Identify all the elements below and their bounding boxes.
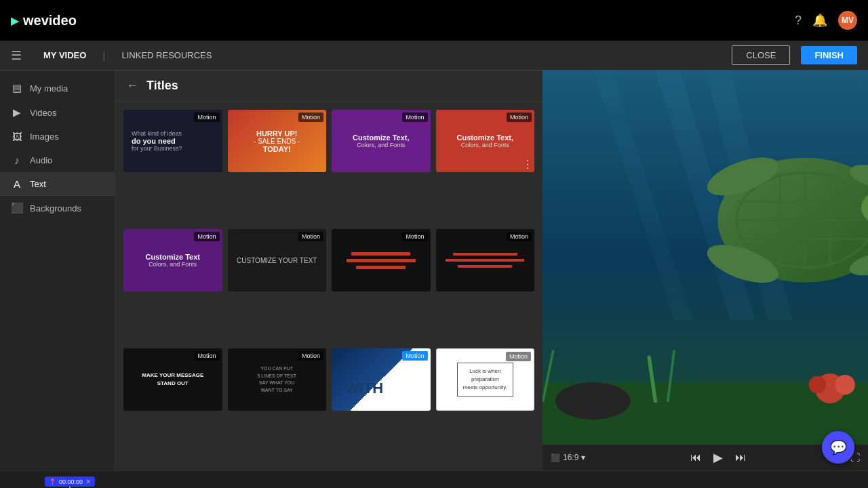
title-card-5[interactable]: Motion Customize Text Colors, and Fonts xyxy=(123,229,222,291)
sidebar-item-label-text: Text xyxy=(30,179,46,189)
cursor-pin-icon: 📍 xyxy=(49,479,56,485)
card8-bar3 xyxy=(458,265,512,268)
sidebar-item-label-my-media: My media xyxy=(30,83,68,94)
card7-bar3 xyxy=(356,266,406,269)
motion-badge-2: Motion xyxy=(298,113,323,122)
sidebar-item-audio[interactable]: ♪ Audio xyxy=(0,148,115,172)
motion-badge-10: Motion xyxy=(298,351,323,361)
card8-bar2 xyxy=(446,259,524,262)
top-bar-right: ? 🔔 MV xyxy=(795,11,857,30)
logo-icon: ▶ xyxy=(11,14,19,27)
cursor-time: 00:00:00 xyxy=(59,479,83,485)
backgrounds-icon: ⬛ xyxy=(11,202,23,214)
title-card-11[interactable]: Motion WITH xyxy=(332,348,431,411)
card4-line2: Colors, and Fonts xyxy=(461,142,509,148)
title-card-4[interactable]: Motion Customize Text, Colors, and Fonts… xyxy=(436,110,535,172)
hamburger-icon[interactable]: ☰ xyxy=(11,48,22,63)
timeline-cursor: 📍 00:00:00 ✕ xyxy=(45,476,95,488)
sidebar-item-label-audio: Audio xyxy=(30,155,52,165)
timeline-area: ♫ + 🎤 + 📍 00:00:00 ✕ xyxy=(0,470,868,488)
motion-badge-5: Motion xyxy=(194,232,219,241)
rewind-button[interactable]: ⏮ xyxy=(688,450,704,465)
motion-badge-11: Motion xyxy=(402,351,427,361)
card1-line2: do you need xyxy=(132,137,214,145)
title-card-8[interactable]: Motion xyxy=(436,229,535,291)
ratio-label: 16:9 xyxy=(563,453,578,462)
titles-grid: Motion What kind of ideas do you need fo… xyxy=(115,102,542,470)
motion-badge-12: Motion xyxy=(506,352,531,361)
card1-line3: for your Business? xyxy=(132,145,214,152)
logo: ▶ wevideo xyxy=(11,13,77,28)
logo-text: wevideo xyxy=(23,13,77,28)
avatar[interactable]: MV xyxy=(838,11,857,30)
nav-bar: ☰ MY VIDEO | LINKED RESOURCES CLOSE FINI… xyxy=(0,41,868,70)
svg-point-21 xyxy=(555,382,630,420)
forward-button[interactable]: ⏭ xyxy=(732,450,749,465)
title-card-10[interactable]: Motion YOU CAN PUT5 LINES OF TEXTSAY WHA… xyxy=(228,348,327,411)
card4-line1: Customize Text, xyxy=(456,134,513,142)
card12-text: Luck is whenpreparationmeets opportunity… xyxy=(463,367,507,392)
card3-line2: Colors, and Fonts xyxy=(357,142,405,148)
nav-linked-resources[interactable]: LINKED RESOURCES xyxy=(117,47,218,63)
ratio-button[interactable]: ⬛ 16:9 ▾ xyxy=(551,453,585,462)
luck-inner: Luck is whenpreparationmeets opportunity… xyxy=(457,363,513,396)
underwater-scene xyxy=(542,70,868,445)
content-panel: ← Titles Motion What kind of ideas do yo… xyxy=(115,70,542,470)
text-icon: A xyxy=(11,178,23,190)
motion-badge-4: Motion xyxy=(507,113,532,122)
card11-text: WITH xyxy=(345,380,383,397)
card5-line1: Customize Text xyxy=(146,253,200,261)
main-layout: ▤ My media ▶ Videos 🖼 Images ♪ Audio A T… xyxy=(0,70,868,470)
sidebar-item-images[interactable]: 🖼 Images xyxy=(0,125,115,148)
preview-controls: ⬛ 16:9 ▾ ⏮ ▶ ⏭ ⛶ xyxy=(542,445,868,470)
preview-video xyxy=(542,70,868,445)
sidebar-item-videos[interactable]: ▶ Videos xyxy=(0,100,115,125)
title-card-3[interactable]: Motion Customize Text, Colors, and Fonts xyxy=(332,110,431,172)
title-card-12[interactable]: Motion Luck is whenpreparationmeets oppo… xyxy=(436,348,535,411)
cursor-close-icon[interactable]: ✕ xyxy=(85,478,91,485)
panel-title: Titles xyxy=(146,79,178,93)
title-card-9[interactable]: Motion MAKE YOUR MESSAGESTAND OUT xyxy=(123,348,222,411)
motion-badge-8: Motion xyxy=(507,232,532,241)
nav-my-video[interactable]: MY VIDEO xyxy=(38,47,92,63)
ratio-icon: ⬛ xyxy=(551,453,560,462)
motion-badge-3: Motion xyxy=(402,113,427,122)
panel-header: ← Titles xyxy=(115,70,542,102)
sidebar-item-backgrounds[interactable]: ⬛ Backgrounds xyxy=(0,196,115,220)
card7-bar1 xyxy=(351,252,410,256)
images-icon: 🖼 xyxy=(11,131,23,142)
sidebar-item-label-backgrounds: Backgrounds xyxy=(30,203,81,214)
audio-icon: ♪ xyxy=(11,155,23,166)
bell-icon[interactable]: 🔔 xyxy=(812,13,827,28)
sidebar-item-label-images: Images xyxy=(30,131,59,142)
title-card-6[interactable]: Motion CUSTOMIZE YOUR TEXT xyxy=(228,229,327,291)
svg-point-33 xyxy=(835,375,854,394)
card2-line1: HURRY UP! xyxy=(256,129,298,138)
motion-badge-9: Motion xyxy=(194,351,219,361)
finish-button[interactable]: FINISH xyxy=(801,46,857,64)
ratio-chevron: ▾ xyxy=(581,453,585,462)
play-button[interactable]: ▶ xyxy=(711,449,726,466)
title-card-7[interactable]: Motion xyxy=(332,229,431,291)
timeline-main: 📍 00:00:00 ✕ xyxy=(45,476,863,488)
card5-line2: Colors, and Fonts xyxy=(149,261,197,268)
turtle-background xyxy=(542,70,868,445)
card8-bar1 xyxy=(453,253,517,256)
sidebar: ▤ My media ▶ Videos 🖼 Images ♪ Audio A T… xyxy=(0,70,115,470)
title-card-1[interactable]: Motion What kind of ideas do you need fo… xyxy=(123,110,222,172)
sidebar-item-label-videos: Videos xyxy=(30,108,57,118)
preview-panel: ⬛ 16:9 ▾ ⏮ ▶ ⏭ ⛶ xyxy=(542,70,868,470)
title-card-2[interactable]: Motion HURRY UP! - SALE ENDS - TODAY! xyxy=(228,110,327,172)
help-icon[interactable]: ? xyxy=(795,14,802,28)
sidebar-item-my-media[interactable]: ▤ My media xyxy=(0,76,115,100)
back-button[interactable]: ← xyxy=(126,79,138,93)
top-bar-left: ▶ wevideo xyxy=(11,13,77,28)
sidebar-item-text[interactable]: A Text xyxy=(0,172,115,196)
close-button[interactable]: CLOSE xyxy=(732,45,790,65)
motion-badge-6: Motion xyxy=(298,232,323,241)
nav-divider: | xyxy=(102,49,105,62)
motion-badge-7: Motion xyxy=(402,232,427,241)
chat-bubble-button[interactable]: 💬 xyxy=(822,431,854,464)
more-options-icon[interactable]: ⋮ xyxy=(522,158,533,171)
chat-icon: 💬 xyxy=(830,439,847,455)
